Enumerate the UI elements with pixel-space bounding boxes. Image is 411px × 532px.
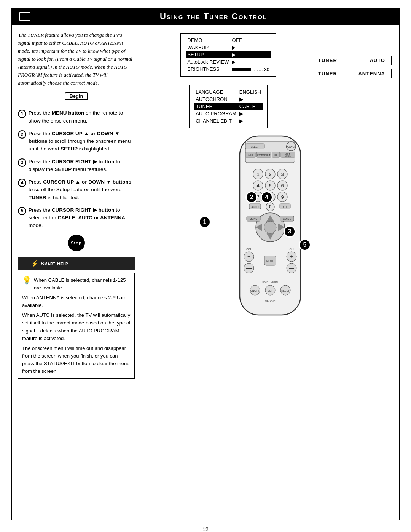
- osd-value-brightness: …… 30: [230, 66, 271, 73]
- svg-text:GUIDE: GUIDE: [283, 217, 292, 220]
- step-1: 1 Press the MENU button on the remote to…: [18, 109, 135, 125]
- remote-svg: SLEEP POWER A.CH STATUS/EXIT CC MULTI ME…: [209, 132, 331, 323]
- osd-value-demo: OFF: [230, 37, 271, 44]
- step-2-text: Press the CURSOR UP ▲ or DOWN ▼ buttons …: [29, 130, 135, 153]
- svg-point-44: [264, 221, 276, 233]
- right-column: TUNER AUTO TUNER ANTENNA: [308, 33, 392, 78]
- svg-text:SLEEP: SLEEP: [251, 145, 260, 148]
- osd-row-demo: DEMO OFF: [186, 37, 271, 44]
- remote-step-3: 3: [284, 225, 296, 238]
- smart-help-title: — ⚡ Smart Help: [22, 260, 131, 268]
- remote-step-1: 1: [199, 216, 211, 228]
- svg-text:—: —: [246, 265, 252, 271]
- step-3: 3 Press the CURSOR RIGHT ▶ button to dis…: [18, 158, 135, 174]
- svg-text:CH: CH: [289, 248, 294, 251]
- bulb-icon: 💡: [22, 276, 32, 284]
- osd-row-channeledit: CHANNEL EDIT ▶: [194, 117, 263, 125]
- svg-text:STATUS/EXIT: STATUS/EXIT: [257, 154, 271, 156]
- osd-table-1: DEMO OFF WAKEUP ▶ SETUP ▶: [186, 37, 271, 73]
- svg-text:2: 2: [269, 172, 272, 177]
- svg-text:+: +: [290, 253, 293, 259]
- tuner-auto-label: TUNER: [318, 58, 337, 63]
- svg-text:MENU: MENU: [250, 217, 258, 220]
- tuner-option-auto: TUNER AUTO: [312, 56, 392, 65]
- tuner-antenna-value: ANTENNA: [358, 71, 385, 77]
- title-bar: Using the Tuner Control: [11, 8, 400, 25]
- remote-step-5: 5: [299, 239, 311, 251]
- svg-text:MUTE: MUTE: [266, 260, 274, 262]
- svg-text:POWER: POWER: [286, 145, 296, 148]
- stop-label: Stop: [71, 241, 81, 245]
- osd-row-setup: SETUP ▶: [186, 51, 271, 58]
- osd-row-autochron: AUTOCHRON ▶: [194, 96, 263, 103]
- svg-text:VOL: VOL: [246, 248, 252, 251]
- remote-step-4: 4: [261, 191, 273, 203]
- svg-text:+: +: [247, 253, 250, 259]
- svg-text:ALL: ALL: [283, 206, 288, 208]
- right-panel: DEMO OFF WAKEUP ▶ SETUP ▶: [141, 25, 399, 520]
- tv-icon: [19, 12, 30, 21]
- osd-row-autolock: AutoLock REVIEW ▶: [186, 58, 271, 66]
- osd-label-language: LANGUAGE: [194, 88, 238, 96]
- remote-step-2: 2: [245, 191, 258, 203]
- smart-help-text-1: When CABLE is selected, channels 1-125 a…: [34, 276, 131, 292]
- svg-text:6: 6: [281, 183, 284, 189]
- left-panel: The TUNER feature allows you to change t…: [12, 25, 141, 520]
- svg-text:1: 1: [257, 172, 260, 177]
- osd-menu-1: DEMO OFF WAKEUP ▶ SETUP ▶: [180, 33, 276, 77]
- osd-row-brightness: BRIGHTNESS …… 30: [186, 66, 271, 73]
- tuner-auto-value: AUTO: [370, 58, 385, 63]
- osd-column: DEMO OFF WAKEUP ▶ SETUP ▶: [149, 33, 308, 128]
- osd-row-wakeup: WAKEUP ▶: [186, 44, 271, 51]
- svg-text:—: —: [289, 265, 294, 271]
- osd-value-channeledit: ▶: [238, 117, 263, 125]
- svg-text:SET: SET: [268, 289, 273, 292]
- page-title: Using the Tuner Control: [35, 11, 392, 21]
- osd-row-tuner: TUNER CABLE: [194, 103, 263, 110]
- step-1-num: 1: [18, 110, 26, 118]
- step-4-num: 4: [18, 179, 26, 187]
- osd-value-wakeup: ▶: [230, 44, 271, 51]
- svg-text:ON/OFF: ON/OFF: [250, 289, 260, 292]
- remote-wrapper: SLEEP POWER A.CH STATUS/EXIT CC MULTI ME…: [209, 132, 331, 323]
- step-2: 2 Press the CURSOR UP ▲ or DOWN ▼ button…: [18, 130, 135, 153]
- svg-text:———ALARM———: ———ALARM———: [256, 299, 285, 302]
- lightning-icon: ⚡: [31, 260, 38, 267]
- osd-label-demo: DEMO: [186, 37, 230, 44]
- svg-text:CC: CC: [274, 154, 277, 156]
- svg-text:3: 3: [281, 172, 284, 177]
- osd-label-autoprog: AUTO PROGRAM: [194, 110, 238, 117]
- stop-badge: Stop: [68, 235, 85, 251]
- begin-badge: Begin: [65, 92, 88, 100]
- smart-help-body: 💡 When CABLE is selected, channels 1-125…: [18, 273, 135, 379]
- osd-value-autochron: ▶: [238, 96, 263, 103]
- svg-text:AUTO: AUTO: [251, 206, 259, 208]
- smart-help-text-3: When AUTO is selected, the TV will autom…: [22, 312, 131, 342]
- main-content: The TUNER feature allows you to change t…: [11, 25, 400, 520]
- step-3-text: Press the CURSOR RIGHT ▶ button to displ…: [29, 158, 135, 174]
- osd-label-setup: SETUP: [186, 51, 230, 58]
- tuner-antenna-label: TUNER: [318, 71, 337, 77]
- step-1-text: Press the MENU button on the remote to s…: [29, 109, 135, 125]
- osd-value-setup: ▶: [230, 51, 271, 58]
- smart-help-item-1: 💡 When CABLE is selected, channels 1-125…: [22, 276, 131, 292]
- svg-text:4: 4: [257, 183, 260, 189]
- osd-value-autoprog: ▶: [238, 110, 263, 117]
- svg-text:5: 5: [269, 183, 272, 189]
- tuner-option-antenna: TUNER ANTENNA: [312, 69, 392, 78]
- osd-label-brightness: BRIGHTNESS: [186, 66, 230, 73]
- osd-table-2: LANGUAGE ENGLISH AUTOCHRON ▶ TUNER CABLE: [194, 88, 263, 125]
- step-3-num: 3: [18, 158, 26, 167]
- step-5-text: Press the CURSOR RIGHT ▶ button to selec…: [29, 206, 135, 230]
- smart-help-header: — ⚡ Smart Help: [18, 257, 135, 270]
- step-5: 5 Press the CURSOR RIGHT ▶ button to sel…: [18, 206, 135, 230]
- osd-value-autolock: ▶: [230, 58, 271, 66]
- osd-row-language: LANGUAGE ENGLISH: [194, 88, 263, 96]
- svg-text:RESET: RESET: [281, 289, 290, 292]
- osd-value-language: ENGLISH: [238, 88, 263, 96]
- svg-text:0: 0: [269, 204, 272, 209]
- smart-help-text-2: When ANTENNA is selected, channels 2-69 …: [22, 294, 131, 309]
- osd-menu-2: LANGUAGE ENGLISH AUTOCHRON ▶ TUNER CABLE: [189, 85, 268, 128]
- step-4: 4 Press CURSOR UP ▲ or DOWN ▼ buttons to…: [18, 178, 135, 201]
- osd-row-autoprog: AUTO PROGRAM ▶: [194, 110, 263, 117]
